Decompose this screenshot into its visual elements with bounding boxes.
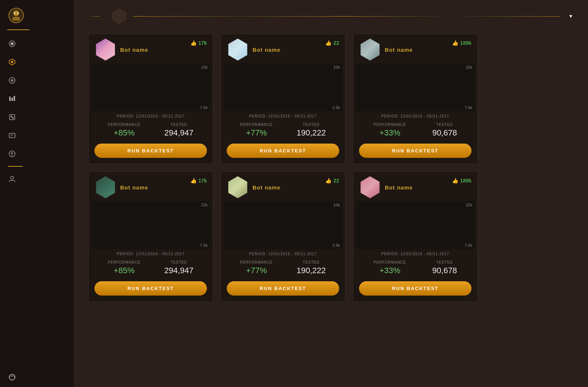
card-header: Bot name 👍 22	[221, 34, 345, 64]
performance-label: PERFORMANCE	[373, 260, 406, 264]
card-button-row: RUN BACKTEST	[221, 280, 345, 301]
sidebar-item-backtests[interactable]	[0, 53, 74, 71]
sidebar-item-strategies[interactable]	[0, 71, 74, 90]
card-button-row: RUN BACKTEST	[221, 142, 345, 164]
performance-value: +33%	[379, 128, 400, 138]
run-backtest-button[interactable]: RUN BACKTEST	[227, 144, 339, 158]
run-backtest-button[interactable]: RUN BACKTEST	[359, 144, 472, 158]
sidebar-item-my-profile[interactable]	[0, 170, 74, 188]
performance-value: +77%	[246, 128, 267, 138]
card-stats: PERFORMANCE +77% TESTED 190,222	[221, 257, 345, 280]
tested-stat: TESTED 90,678	[432, 260, 457, 275]
performance-label: PERFORMANCE	[108, 123, 140, 127]
sidebar-item-help[interactable]: ?	[0, 145, 74, 163]
card-header: Bot name 👍 17k	[89, 34, 213, 64]
card-bot-info: Bot name	[120, 184, 207, 191]
performance-label: PERFORMANCE	[108, 260, 140, 264]
svg-rect-12	[14, 96, 15, 101]
card-bot-info: Bot name	[385, 47, 472, 53]
performance-value: +85%	[114, 128, 135, 138]
strategy-card-6: Bot name 👍 189k 22k 7.5k PERIOD: 12/01/2…	[353, 171, 478, 302]
performance-stat: PERFORMANCE +77%	[240, 123, 273, 138]
svg-point-21	[11, 176, 14, 179]
tested-label: TESTED	[303, 260, 319, 264]
strategy-card-3: Bot name 👍 189k 22k 7.5k PERIOD: 12/01/2…	[353, 34, 478, 164]
backtests-icon	[8, 58, 16, 66]
chart-label-top: 22k	[466, 203, 472, 207]
sidebar-item-traders[interactable]	[0, 90, 74, 108]
card-likes: 👍 22	[325, 178, 339, 184]
chart-label-bottom: 7.5k	[465, 243, 472, 247]
svg-rect-2	[12, 17, 20, 21]
like-count: 17k	[198, 40, 207, 46]
header-line-center	[133, 16, 559, 17]
card-stats: PERFORMANCE +85% TESTED 294,947	[89, 257, 213, 280]
card-period: PERIOD: 12/01/2016 - 05/11-2017	[353, 249, 477, 257]
sidebar-divider-mid	[8, 166, 23, 167]
card-bot-info: Bot name	[252, 47, 339, 53]
svg-point-3	[14, 12, 15, 14]
card-button-row: RUN BACKTEST	[89, 142, 213, 164]
card-bot-info: Bot name	[385, 184, 472, 191]
sidebar-nav: ?	[0, 35, 74, 367]
chart-svg	[224, 201, 342, 249]
card-likes: 👍 189k	[452, 40, 472, 46]
chevron-down-icon: ▼	[568, 13, 573, 19]
card-header: Bot name 👍 22	[221, 172, 345, 201]
header-hex-icon	[111, 8, 127, 24]
svg-rect-11	[11, 98, 13, 101]
bot-avatar	[227, 39, 249, 61]
run-backtest-button[interactable]: RUN BACKTEST	[359, 281, 472, 296]
run-backtest-button[interactable]: RUN BACKTEST	[94, 144, 207, 158]
tested-label: TESTED	[436, 123, 453, 127]
sidebar: ?	[0, 0, 74, 387]
logo-icon	[7, 7, 25, 24]
chart-label-bottom: 7.5k	[200, 105, 208, 110]
card-period: PERIOD: 12/01/2016 - 05/11-2017	[89, 249, 213, 257]
header-line-left	[88, 16, 99, 17]
chart-label-bottom: 7.5k	[465, 105, 472, 110]
bot-name: Bot name	[385, 184, 472, 191]
tested-value: 294,947	[164, 266, 194, 275]
header-filter-dropdown[interactable]: ▼	[565, 13, 573, 19]
pre-order-icon	[8, 40, 16, 48]
card-likes: 👍 22	[325, 40, 339, 46]
strategies-icon	[8, 76, 16, 84]
sidebar-item-pre-order[interactable]	[0, 35, 74, 53]
card-button-row: RUN BACKTEST	[353, 142, 477, 164]
strategy-card-4: Bot name 👍 17k 22k 7.5k PERIOD: 12/01/20…	[88, 171, 213, 302]
card-stats: PERFORMANCE +77% TESTED 190,222	[221, 120, 345, 142]
sidebar-item-bot-store[interactable]	[0, 108, 74, 126]
card-chart: 22k 7.5k	[92, 201, 210, 249]
like-count: 22	[333, 40, 339, 46]
bot-avatar	[359, 176, 381, 198]
logout-icon	[8, 373, 16, 381]
card-stats: PERFORMANCE +33% TESTED 90,678	[353, 257, 477, 280]
bot-name: Bot name	[385, 47, 472, 53]
card-likes: 👍 17k	[190, 40, 207, 46]
sidebar-item-logout[interactable]	[0, 367, 29, 387]
run-backtest-button[interactable]: RUN BACKTEST	[227, 281, 339, 296]
chart-label-bottom: 2.5k	[332, 105, 340, 110]
svg-rect-10	[9, 97, 11, 101]
card-bot-info: Bot name	[120, 47, 207, 53]
card-chart: 10k 2.5k	[224, 201, 342, 249]
thumbs-up-icon: 👍	[452, 178, 458, 184]
like-count: 22	[333, 178, 339, 184]
thumbs-up-icon: 👍	[325, 178, 331, 184]
bot-avatar	[359, 39, 381, 61]
card-period: PERIOD: 12/01/2016 - 05/11-2017	[221, 111, 345, 120]
card-bot-info: Bot name	[252, 184, 339, 191]
performance-stat: PERFORMANCE +85%	[108, 260, 140, 275]
logo	[0, 0, 35, 28]
run-backtest-button[interactable]: RUN BACKTEST	[94, 281, 207, 296]
tested-label: TESTED	[171, 123, 187, 127]
performance-label: PERFORMANCE	[240, 260, 273, 264]
cards-row-1: Bot name 👍 17k 22k 7.5k PERIOD: 12/01/20…	[88, 34, 573, 164]
thumbs-up-icon: 👍	[190, 40, 197, 46]
sidebar-item-simulator[interactable]	[0, 126, 74, 145]
svg-rect-15	[12, 117, 14, 119]
svg-rect-14	[11, 116, 12, 117]
bot-store-icon	[8, 113, 16, 121]
tested-label: TESTED	[303, 123, 319, 127]
